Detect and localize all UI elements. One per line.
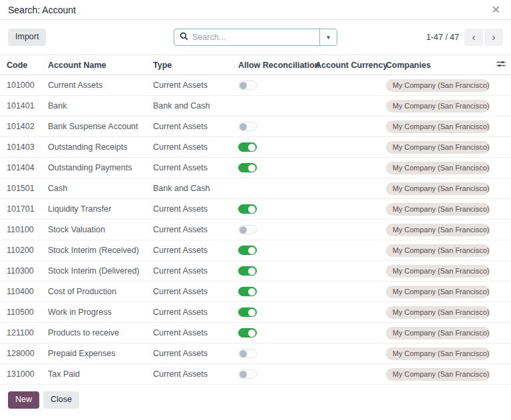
pager: 1-47 / 47 ‹ ›	[426, 29, 503, 46]
reconciliation-toggle[interactable]	[238, 122, 257, 131]
companies-cell: My Company (San Francisco)	[386, 364, 491, 385]
reconciliation-toggle[interactable]	[238, 287, 257, 296]
optional-cell	[491, 302, 511, 323]
reconciliation-toggle[interactable]	[238, 349, 257, 358]
allow-reconciliation-cell	[238, 364, 315, 385]
company-badge: My Company (San Francisco)	[386, 265, 490, 278]
account-currency-cell	[315, 96, 386, 116]
column-header-account-currency[interactable]: Account Currency	[315, 55, 386, 75]
chevron-left-icon: ‹	[472, 31, 476, 43]
account-type: Current Assets	[153, 302, 238, 323]
optional-cell	[491, 75, 511, 96]
account-type: Current Assets	[153, 261, 238, 282]
companies-cell: My Company (San Francisco)	[386, 75, 491, 96]
table-row[interactable]: 101701 Liquidity Transfer Current Assets…	[0, 199, 511, 220]
table-row[interactable]: 101000 Current Assets Current Assets My …	[0, 75, 511, 96]
table-row[interactable]: 110100 Stock Valuation Current Assets My…	[0, 220, 511, 240]
allow-reconciliation-cell	[238, 199, 315, 220]
table-row[interactable]: 101401 Bank Bank and Cash My Company (Sa…	[0, 96, 511, 116]
table-row[interactable]: 110400 Cost of Production Current Assets…	[0, 282, 511, 302]
reconciliation-toggle[interactable]	[238, 308, 257, 317]
pager-range: 1-47 / 47	[426, 33, 459, 42]
account-type: Bank and Cash	[153, 96, 238, 116]
company-badge: My Company (San Francisco)	[386, 79, 490, 92]
companies-cell: My Company (San Francisco)	[386, 282, 491, 302]
account-code: 110400	[0, 282, 48, 302]
companies-cell: My Company (San Francisco)	[386, 199, 491, 220]
account-name: Stock Interim (Delivered)	[48, 261, 153, 282]
optional-cell	[491, 96, 511, 116]
optional-cell	[491, 343, 511, 364]
optional-cell	[491, 261, 511, 282]
optional-cell	[491, 323, 511, 343]
account-name: Cash	[48, 178, 153, 199]
column-header-code[interactable]: Code	[0, 55, 48, 75]
companies-cell: My Company (San Francisco)	[386, 323, 491, 343]
table-row[interactable]: 131000 Tax Paid Current Assets My Compan…	[0, 364, 511, 385]
account-type: Current Assets	[153, 116, 238, 137]
table-row[interactable]: 101403 Outstanding Receipts Current Asse…	[0, 137, 511, 158]
companies-cell: My Company (San Francisco)	[386, 343, 491, 364]
account-code: 101701	[0, 199, 48, 220]
sliders-icon	[496, 59, 506, 71]
account-code: 101501	[0, 178, 48, 199]
company-badge: My Company (San Francisco)	[386, 162, 490, 174]
optional-columns-button[interactable]	[491, 55, 511, 75]
close-button[interactable]: Close	[43, 391, 79, 409]
account-currency-cell	[315, 364, 386, 385]
search-input[interactable]	[192, 33, 314, 42]
reconciliation-toggle[interactable]	[238, 369, 257, 379]
reconciliation-toggle[interactable]	[238, 328, 257, 337]
reconciliation-toggle[interactable]	[238, 142, 257, 152]
table-row[interactable]: 110300 Stock Interim (Delivered) Current…	[0, 261, 511, 282]
reconciliation-toggle[interactable]	[238, 204, 257, 214]
account-code: 131000	[0, 364, 48, 385]
companies-cell: My Company (San Francisco)	[386, 158, 491, 178]
reconciliation-toggle[interactable]	[238, 266, 257, 276]
search-field-area	[174, 29, 319, 45]
import-button[interactable]: Import	[8, 29, 46, 46]
account-name: Work in Progress	[48, 302, 153, 323]
companies-cell: My Company (San Francisco)	[386, 178, 491, 199]
column-header-companies[interactable]: Companies	[386, 55, 491, 75]
account-name: Current Assets	[48, 75, 153, 96]
company-badge: My Company (San Francisco)	[386, 368, 490, 381]
company-badge: My Company (San Francisco)	[386, 224, 490, 236]
column-header-account-name[interactable]: Account Name	[48, 55, 153, 75]
account-type: Current Assets	[153, 323, 238, 343]
account-currency-cell	[315, 199, 386, 220]
pager-prev-button[interactable]: ‹	[464, 29, 483, 46]
optional-cell	[491, 364, 511, 385]
dialog-header: Search: Account ✕	[0, 0, 511, 20]
company-badge: My Company (San Francisco)	[386, 347, 490, 360]
account-code: 110500	[0, 302, 48, 323]
search-dropdown-toggle[interactable]: ▼	[319, 29, 337, 45]
account-currency-cell	[315, 240, 386, 261]
reconciliation-toggle[interactable]	[238, 163, 257, 172]
account-currency-cell	[315, 323, 386, 343]
new-button[interactable]: New	[8, 391, 39, 409]
close-icon[interactable]: ✕	[490, 3, 502, 17]
account-name: Bank	[48, 96, 153, 116]
allow-reconciliation-cell	[238, 220, 315, 240]
column-header-type[interactable]: Type	[153, 55, 238, 75]
table-row[interactable]: 101404 Outstanding Payments Current Asse…	[0, 158, 511, 178]
reconciliation-toggle[interactable]	[238, 246, 257, 255]
reconciliation-toggle[interactable]	[238, 81, 257, 90]
account-type: Current Assets	[153, 240, 238, 261]
account-type: Current Assets	[153, 137, 238, 158]
table-row[interactable]: 110200 Stock Interim (Received) Current …	[0, 240, 511, 261]
pager-next-button[interactable]: ›	[484, 29, 503, 46]
table-row[interactable]: 101501 Cash Bank and Cash My Company (Sa…	[0, 178, 511, 199]
company-badge: My Company (San Francisco)	[386, 120, 490, 133]
table-row[interactable]: 101402 Bank Suspense Account Current Ass…	[0, 116, 511, 137]
account-code: 101000	[0, 75, 48, 96]
company-badge: My Company (San Francisco)	[386, 286, 490, 298]
table-row[interactable]: 128000 Prepaid Expenses Current Assets M…	[0, 343, 511, 364]
table-row[interactable]: 110500 Work in Progress Current Assets M…	[0, 302, 511, 323]
column-header-allow-reconciliation[interactable]: Allow Reconciliation	[238, 55, 315, 75]
account-name: Outstanding Receipts	[48, 137, 153, 158]
account-type: Current Assets	[153, 220, 238, 240]
reconciliation-toggle[interactable]	[238, 225, 257, 234]
table-row[interactable]: 121100 Products to receive Current Asset…	[0, 323, 511, 343]
